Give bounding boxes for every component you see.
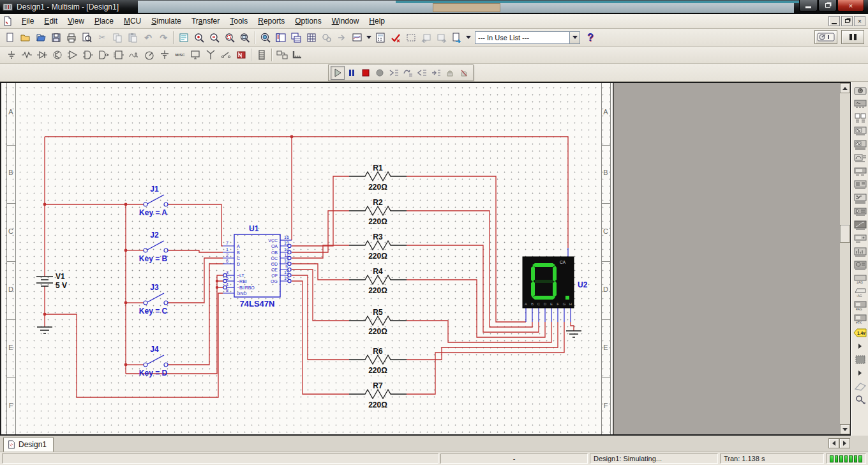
mdi-close-button[interactable]: ×: [854, 16, 865, 26]
print-preview-button[interactable]: [79, 30, 94, 45]
place-bus-button[interactable]: [290, 47, 305, 63]
stop-button[interactable]: [359, 66, 373, 80]
pause-simulation-button[interactable]: [841, 30, 864, 44]
tab-design1[interactable]: Design1: [3, 437, 54, 452]
ground-symbol[interactable]: [37, 327, 52, 333]
run-simulation-switch[interactable]: [814, 30, 837, 44]
instrument-four-channel-oscilloscope-button[interactable]: [853, 138, 868, 151]
virtual-components-button[interactable]: [254, 47, 269, 63]
restore-button[interactable]: [818, 0, 837, 11]
place-diode-button[interactable]: [34, 47, 50, 63]
instrument-function-generator-button[interactable]: [853, 98, 868, 111]
instrument-agilent-oscilloscope-button[interactable]: #AG: [853, 299, 868, 312]
ni-elvis-button[interactable]: [853, 379, 868, 393]
place-source-button[interactable]: [4, 47, 19, 63]
place-electromechanical-button[interactable]: [218, 47, 234, 63]
ground-symbol[interactable]: [566, 331, 581, 337]
instrument-word-generator-button[interactable]: [853, 178, 868, 192]
place-power-button[interactable]: [157, 47, 172, 63]
full-page-view-button[interactable]: [176, 30, 191, 45]
measurement-probe-button[interactable]: 1.4v: [853, 326, 868, 339]
resistor-r3[interactable]: R3 220Ω: [349, 232, 407, 261]
vertical-scroll-thumb[interactable]: [840, 225, 850, 243]
instrument-bode-plotter-button[interactable]: [853, 151, 868, 165]
pause-button[interactable]: [345, 66, 359, 80]
labview-instruments-button[interactable]: [853, 353, 868, 366]
grapher-button[interactable]: [350, 30, 365, 45]
seven-segment-display-u2[interactable]: CA A B C D E F: [523, 248, 588, 322]
place-analog-button[interactable]: [65, 47, 80, 63]
database-manager-button[interactable]: [304, 30, 319, 45]
run-button[interactable]: [331, 66, 345, 80]
ic-u1-74ls47n[interactable]: U1 74LS47N A B C D ~LT ~RBI: [223, 224, 292, 309]
scroll-up-button[interactable]: [840, 83, 850, 93]
current-clamp-button[interactable]: [853, 393, 868, 406]
redo-button[interactable]: ↷: [156, 30, 171, 45]
instrument-oscilloscope-button[interactable]: [853, 125, 868, 138]
run-to-cursor-button[interactable]: [429, 66, 443, 80]
postprocessor-button[interactable]: [373, 30, 388, 45]
place-cmos-button[interactable]: [96, 47, 111, 63]
menu-help[interactable]: Help: [364, 15, 390, 27]
resistor-r6[interactable]: R6 220Ω: [349, 347, 407, 375]
import-component-button[interactable]: [334, 30, 350, 45]
capture-area-button[interactable]: [403, 30, 419, 45]
menu-tools[interactable]: Tools: [225, 15, 253, 27]
instrument-logic-converter-button[interactable]: [853, 205, 868, 218]
export-button[interactable]: [449, 30, 465, 45]
measurement-probe-dropdown-arrow[interactable]: [853, 339, 868, 353]
menu-file[interactable]: File: [17, 15, 39, 27]
mdi-restore-button[interactable]: [841, 16, 853, 26]
copy-button[interactable]: [110, 30, 125, 45]
resistor-r5[interactable]: R5 220Ω: [349, 308, 407, 336]
menu-simulate[interactable]: Simulate: [146, 15, 186, 27]
open-file-button[interactable]: [18, 30, 33, 45]
paste-button[interactable]: [125, 30, 140, 45]
place-ttl-button[interactable]: [80, 47, 96, 63]
undo-button[interactable]: ↶: [140, 30, 156, 45]
labview-instruments-dropdown-arrow[interactable]: [853, 366, 868, 379]
instrument-agilent-multimeter-button[interactable]: :AG: [853, 286, 868, 299]
switch-j1[interactable]: J1 Key = A: [139, 185, 168, 217]
zoom-out-button[interactable]: [207, 30, 222, 45]
mdi-minimize-button[interactable]: [828, 16, 840, 26]
switch-j4[interactable]: J4 Key = D: [139, 345, 168, 377]
open-sample-button[interactable]: [33, 30, 49, 45]
record-button[interactable]: [373, 66, 387, 80]
new-file-button[interactable]: [3, 30, 18, 45]
export-dropdown-arrow[interactable]: [465, 30, 472, 45]
vertical-scrollbar[interactable]: [840, 83, 850, 434]
print-button[interactable]: [64, 30, 79, 45]
instrument-agilent-function-generator-button[interactable]: ±AG: [853, 272, 868, 286]
instrument-network-analyzer-button[interactable]: [853, 259, 868, 272]
instrument-distortion-analyzer-button[interactable]: [853, 232, 868, 245]
switch-j3[interactable]: J3 Key = C: [139, 283, 168, 316]
close-button[interactable]: ×: [837, 0, 864, 11]
hierarchical-block-button[interactable]: [274, 47, 290, 63]
resistor-r1[interactable]: R1 220Ω: [349, 164, 407, 192]
zoom-fit-button[interactable]: [237, 30, 253, 45]
in-use-list-combobox[interactable]: --- In Use List ---: [475, 31, 580, 44]
instrument-multimeter-button[interactable]: [853, 84, 868, 98]
back-annotate-button[interactable]: [419, 30, 434, 45]
step-into-button[interactable]: [387, 66, 401, 80]
zoom-sheet-button[interactable]: [258, 30, 273, 45]
place-misc-digital-button[interactable]: [111, 47, 126, 63]
forward-annotate-button[interactable]: [434, 30, 449, 45]
scroll-down-button[interactable]: [840, 424, 850, 434]
place-rf-button[interactable]: [203, 47, 218, 63]
step-out-button[interactable]: [415, 66, 429, 80]
erc-check-button[interactable]: [388, 30, 403, 45]
menu-mcu[interactable]: MCU: [119, 15, 146, 27]
place-mixed-button[interactable]: [126, 47, 142, 63]
spreadsheet-view-toggle-button[interactable]: [288, 30, 304, 45]
resistor-r2[interactable]: R2 220Ω: [349, 198, 407, 226]
cut-button[interactable]: ✂: [94, 30, 110, 45]
switch-j2[interactable]: J2 Key = B: [139, 231, 168, 263]
place-basic-button[interactable]: [19, 47, 34, 63]
menu-view[interactable]: View: [63, 15, 89, 27]
step-over-button[interactable]: [401, 66, 415, 80]
resistor-r7[interactable]: R7 220Ω: [349, 381, 407, 409]
remove-breakpoints-button[interactable]: [457, 66, 471, 80]
wires[interactable]: [45, 137, 574, 397]
